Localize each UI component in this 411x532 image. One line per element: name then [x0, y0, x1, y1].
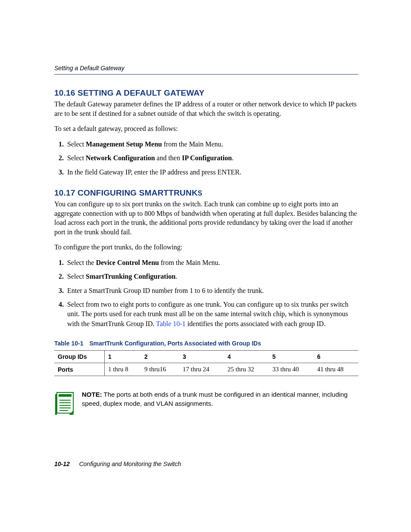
step-item: Select the Device Control Menu from the … [65, 258, 358, 268]
note-body: The ports at both ends of a trunk must b… [82, 391, 348, 407]
table-header: 3 [179, 351, 224, 363]
table-caption-title: SmartTrunk Configuration, Ports Associat… [89, 340, 261, 347]
table-rowlabel: Ports [54, 363, 105, 376]
step-item: In the field Gateway IP, enter the IP ad… [65, 168, 358, 177]
page: Setting a Default Gateway 10.16 SETTING … [0, 0, 411, 532]
table-cell: 33 thru 40 [269, 363, 314, 376]
step-text: and then [155, 154, 182, 162]
step-text: Select [67, 273, 86, 280]
step-bold: SmartTrunking Configuration [86, 273, 175, 280]
step-item: Select SmartTrunking Configuration. [65, 272, 358, 281]
step-bold: Network Configuration [86, 154, 155, 162]
table-rowlabel: Group IDs [54, 351, 105, 363]
para-trunk-lead: To configure the port trunks, do the fol… [54, 243, 358, 252]
table-cell: 17 thru 24 [179, 363, 224, 376]
step-bold: Device Control Menu [96, 259, 159, 266]
section-title: SETTING A DEFAULT GATEWAY [78, 88, 205, 97]
steps-trunk: Select the Device Control Menu from the … [54, 258, 358, 329]
note-icon [54, 390, 75, 417]
step-text: . [175, 273, 177, 280]
page-number: 10-12 [54, 460, 70, 467]
step-item: Select Management Setup Menu from the Ma… [65, 140, 358, 149]
step-text: from the Main Menu. [159, 259, 220, 266]
chapter-title: Configuring and Monitoring the Switch [79, 460, 181, 467]
table-header: 2 [141, 351, 179, 363]
note-label: NOTE: [82, 391, 102, 398]
table-row: Ports 1 thru 8 9 thru16 17 thru 24 25 th… [54, 363, 358, 376]
xref-table-10-1[interactable]: Table 10-1 [156, 320, 186, 327]
step-text: Select [67, 140, 86, 148]
note-block: NOTE: The ports at both ends of a trunk … [54, 390, 358, 417]
step-text: . [232, 154, 234, 162]
table-cell: 41 thru 48 [314, 363, 358, 376]
svg-marker-1 [55, 394, 57, 415]
page-footer: 10-12 Configuring and Monitoring the Swi… [54, 460, 181, 467]
step-text: identifies the ports associated with eac… [186, 320, 326, 327]
para-gateway-lead: To set a default gateway, proceed as fol… [54, 124, 358, 134]
step-item: Select from two to eight ports to config… [65, 300, 358, 329]
table-cell: 1 thru 8 [105, 363, 141, 376]
step-text: Select the [67, 259, 96, 266]
table-caption: Table 10-1SmartTrunk Configuration, Port… [54, 340, 358, 347]
note-text: NOTE: The ports at both ends of a trunk … [82, 390, 358, 408]
heading-10-16: 10.16 SETTING A DEFAULT GATEWAY [54, 88, 358, 98]
step-text: from the Main Menu. [162, 140, 223, 148]
table-row: Group IDs 1 2 3 4 5 6 [54, 351, 358, 363]
table-caption-label: Table 10-1 [54, 340, 83, 347]
step-bold: IP Configuration [182, 154, 232, 162]
para-gateway-intro: The default Gateway parameter defines th… [54, 100, 358, 118]
section-number: 10.17 [54, 188, 75, 197]
steps-gateway: Select Management Setup Menu from the Ma… [54, 140, 358, 177]
heading-10-17: 10.17 CONFIGURING SMARTTRUNKS [54, 188, 358, 198]
step-text: Select [67, 154, 86, 162]
step-text: In the field Gateway IP, enter the IP ad… [67, 168, 241, 176]
step-item: Select Network Configuration and then IP… [65, 153, 358, 163]
table-header: 6 [314, 351, 358, 363]
table-header: 1 [105, 351, 141, 363]
table-header: 5 [269, 351, 314, 363]
table-smarttrunk-groups: Group IDs 1 2 3 4 5 6 Ports 1 thru 8 9 t… [54, 350, 358, 376]
para-trunk-intro: You can configure up to six port trunks … [54, 199, 358, 236]
section-smarttrunks: 10.17 CONFIGURING SMARTTRUNKS You can co… [54, 188, 358, 329]
step-bold: Management Setup Menu [86, 140, 162, 148]
table-cell: 25 thru 32 [224, 363, 269, 376]
step-text: Enter a SmartTrunk Group ID number from … [67, 287, 264, 294]
section-number: 10.16 [54, 88, 75, 97]
running-head: Setting a Default Gateway [54, 65, 358, 75]
table-header: 4 [224, 351, 269, 363]
section-title-sc: S [198, 190, 202, 197]
section-default-gateway: 10.16 SETTING A DEFAULT GATEWAY The defa… [54, 88, 358, 177]
svg-rect-2 [59, 394, 72, 397]
table-cell: 9 thru16 [141, 363, 179, 376]
section-title: CONFIGURING SMARTTRUNK [78, 188, 198, 197]
step-item: Enter a SmartTrunk Group ID number from … [65, 286, 358, 296]
